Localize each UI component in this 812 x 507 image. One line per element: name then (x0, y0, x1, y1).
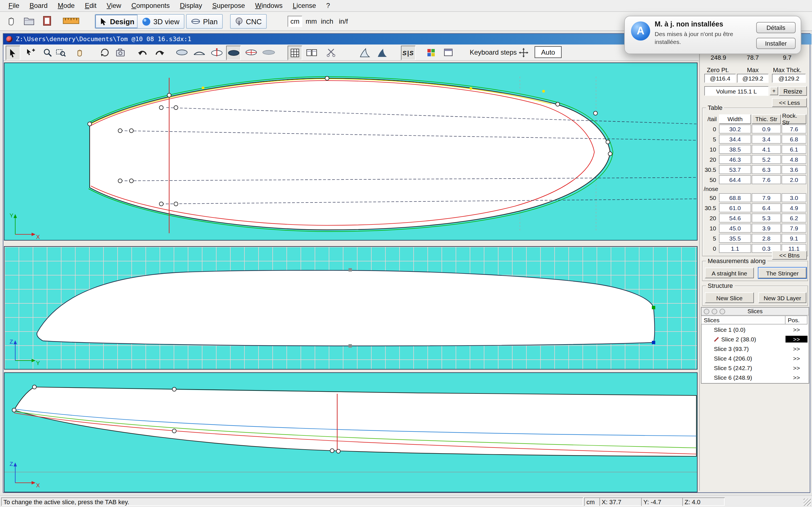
zero-pt-field[interactable]: @116.4 (704, 74, 736, 83)
select-cursor-tool[interactable] (6, 46, 20, 60)
slices-col-header: Slices (701, 316, 785, 325)
menu-superpose[interactable]: Superpose (207, 1, 250, 11)
stringer-button[interactable]: The Stringer (758, 268, 806, 278)
table-row: 30.553.76.33.6 (703, 165, 808, 175)
menu-board[interactable]: Board (24, 1, 53, 11)
app-root: File Board Mode Edit View Components Dis… (0, 0, 812, 507)
menu-help[interactable]: ? (321, 1, 335, 11)
max-thck-label: Max Thck. (769, 66, 806, 73)
menu-mode[interactable]: Mode (53, 1, 80, 11)
width-column-header[interactable]: Width (719, 114, 751, 124)
unit-mm-button[interactable]: mm (306, 17, 317, 26)
plan-view-canvas[interactable]: Y X (4, 62, 698, 240)
slice-row[interactable]: Slice 1 (0.0)>> (702, 325, 809, 334)
straight-line-button[interactable]: A straight line (705, 268, 754, 278)
menu-windows[interactable]: Windows (250, 1, 288, 11)
pan-hand-tool[interactable] (73, 46, 86, 59)
thickness-tool[interactable] (226, 46, 241, 60)
table-row: 30.561.06.44.9 (703, 203, 808, 213)
menu-edit[interactable]: Edit (80, 1, 101, 11)
new-3d-layer-button[interactable]: New 3D Layer (758, 292, 806, 303)
zoom-window-tool[interactable] (54, 46, 68, 59)
plan-icon (191, 18, 200, 25)
max-thck-field[interactable]: @129.2 (772, 74, 806, 83)
snapshot-camera-tool[interactable] (114, 46, 128, 59)
menu-display[interactable]: Display (175, 1, 207, 11)
window-control-dots[interactable] (704, 308, 725, 314)
board-outline-shape (90, 78, 610, 230)
svg-text:Y: Y (10, 212, 13, 219)
slice-row[interactable]: Slice 6 (248.9)>> (702, 372, 809, 382)
plan-mode-button[interactable]: Plan (186, 14, 223, 29)
auto-steps-button[interactable]: Auto (535, 46, 562, 58)
new-slice-button[interactable]: New Slice (705, 292, 754, 303)
undo-icon[interactable] (135, 46, 149, 59)
resize-grip[interactable] (804, 499, 811, 506)
slice-view-canvas[interactable]: Z Y (4, 246, 698, 370)
window-title: Z:\Users\dennery\Documents\Tom @10 08 16… (16, 36, 192, 43)
measurements-group: Measurements along A straight line The S… (702, 261, 808, 281)
slice-row[interactable]: Slice 4 (206.0)>> (702, 353, 809, 363)
unit-cm-button[interactable]: cm (288, 16, 302, 27)
less-button[interactable]: << Less (772, 98, 807, 107)
thic-str-column-header[interactable]: Thic. Str (752, 114, 781, 124)
open-file-icon[interactable] (22, 14, 36, 27)
table-row: 534.43.46.8 (703, 134, 808, 144)
slice-row[interactable]: Slice 5 (242.7)>> (702, 363, 809, 372)
color-layers-tool[interactable] (424, 46, 438, 59)
bottom-view-tool[interactable] (262, 46, 275, 59)
design-mode-label: Design (110, 17, 135, 25)
notification-body: Des mises à jour n'ont pu être installée… (655, 31, 752, 46)
svg-text:X: X (36, 482, 40, 489)
3d-view-button[interactable]: 3D view (137, 14, 185, 29)
slice-edit-tool[interactable] (244, 46, 258, 59)
stringer-tool[interactable]: S|S (401, 46, 416, 60)
slices-window-titlebar[interactable]: Slices (702, 307, 809, 316)
select-plus-tool[interactable] (24, 46, 37, 59)
cnc-bit-icon (235, 17, 243, 25)
ruler-icon[interactable] (62, 14, 80, 27)
menu-license[interactable]: License (288, 1, 321, 11)
menu-view[interactable]: View (101, 1, 126, 11)
volume-plus-button[interactable]: + (770, 87, 778, 95)
save-copy-icon[interactable] (41, 14, 54, 27)
dimensions-panel: 248.9 78.7 9.7 Zero Pt. Max Max Thck. @1… (699, 45, 809, 491)
design-mode-button[interactable]: Design (95, 14, 140, 29)
max-field[interactable]: @129.2 (737, 74, 769, 83)
document-icon (6, 36, 12, 42)
measurements-group-label: Measurements along (706, 258, 767, 264)
fin-solid-tool[interactable] (375, 46, 389, 59)
outline-tool[interactable] (175, 46, 188, 59)
svg-text:Y: Y (36, 360, 40, 366)
svg-text:X: X (36, 234, 40, 240)
window-layout-tool[interactable] (442, 46, 455, 59)
slice-row-active[interactable]: Slice 2 (38.0) >> (702, 334, 809, 344)
fin-outline-tool[interactable] (358, 46, 371, 59)
hand-tool-icon[interactable] (4, 14, 18, 27)
slices-window: Slices Slices Pos. Slice 1 (0.0)>> Slice… (701, 307, 809, 384)
unit-inf-button[interactable]: in/f (339, 17, 348, 26)
cut-tool[interactable] (324, 46, 338, 59)
menu-file[interactable]: File (3, 1, 24, 11)
cnc-mode-button[interactable]: CNC (230, 14, 267, 29)
details-button[interactable]: Détails (756, 22, 796, 33)
slice-shape (37, 270, 655, 346)
split-view-tool[interactable] (305, 46, 319, 59)
redo-icon[interactable] (153, 46, 166, 59)
table-header: /tail Width Thic. Str Rock. Str (703, 114, 808, 124)
rock-str-column-header[interactable]: Rock. Str (781, 114, 806, 124)
slice-row[interactable]: Slice 3 (93.7)>> (702, 344, 809, 353)
move-steps-icon[interactable] (516, 46, 530, 59)
install-button[interactable]: Installer (756, 38, 796, 49)
zoom-tool[interactable] (41, 46, 54, 59)
menu-components[interactable]: Components (126, 1, 175, 11)
resize-button[interactable]: Resize (779, 86, 807, 96)
rotate-view-tool[interactable] (98, 46, 111, 59)
3d-view-label: 3D view (153, 17, 180, 25)
grid-toggle-tool[interactable] (288, 46, 302, 60)
btns-button[interactable]: << Btns (772, 251, 807, 260)
unit-inch-button[interactable]: inch (321, 17, 333, 26)
rocker-tool[interactable] (192, 46, 206, 59)
slice-position-tool[interactable] (210, 46, 223, 59)
profile-view-canvas[interactable]: Z X (4, 372, 698, 492)
